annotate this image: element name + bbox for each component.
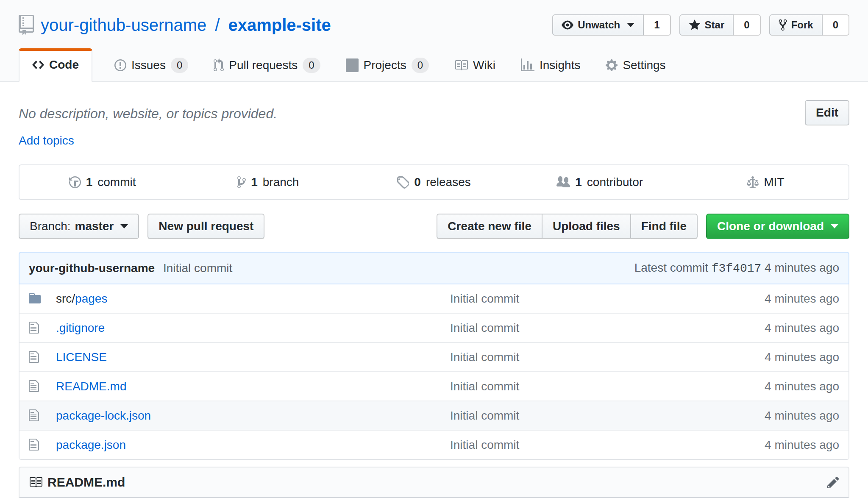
license-stat[interactable]: MIT	[683, 165, 849, 199]
chevron-down-icon	[627, 23, 634, 27]
table-row: README.md Initial commit 4 minutes ago	[19, 371, 849, 401]
edit-description-button[interactable]: Edit	[805, 100, 849, 125]
repo-path-separator: /	[213, 16, 221, 35]
book-icon	[29, 476, 42, 489]
repo-owner-link[interactable]: your-github-username	[41, 16, 206, 35]
folder-icon	[29, 292, 41, 305]
star-icon	[689, 19, 701, 31]
license-label: MIT	[764, 175, 784, 189]
tag-icon	[397, 175, 409, 189]
star-label: Star	[705, 19, 725, 31]
tab-pull-requests-label: Pull requests	[229, 58, 298, 72]
commit-author-link[interactable]: your-github-username	[29, 262, 155, 275]
fork-icon	[779, 19, 787, 31]
row-age: 4 minutes ago	[661, 438, 839, 452]
table-row: package.json Initial commit 4 minutes ag…	[19, 430, 849, 459]
eye-icon	[562, 19, 573, 31]
row-commit-message-link[interactable]: Initial commit	[450, 292, 519, 305]
branch-prefix-label: Branch:	[30, 220, 71, 233]
row-commit-message-link[interactable]: Initial commit	[450, 380, 519, 393]
stars-count[interactable]: 0	[734, 14, 760, 36]
contributors-count: 1	[575, 175, 582, 189]
unwatch-label: Unwatch	[578, 19, 620, 31]
chevron-down-icon	[831, 224, 838, 228]
tab-issues[interactable]: Issues 0	[102, 48, 201, 82]
repo-icon	[19, 15, 34, 35]
latest-commit-label: Latest commit	[634, 261, 708, 274]
file-list: src/pages Initial commit 4 minutes ago .…	[19, 284, 849, 460]
branches-stat[interactable]: 1 branch	[185, 165, 351, 199]
tab-insights-label: Insights	[540, 58, 581, 72]
contributors-stat[interactable]: 1 contributor	[517, 165, 683, 199]
table-row: .gitignore Initial commit 4 minutes ago	[19, 313, 849, 342]
commits-count: 1	[86, 175, 93, 189]
tab-settings-label: Settings	[623, 58, 665, 72]
edit-readme-button[interactable]	[827, 475, 839, 490]
find-file-button[interactable]: Find file	[630, 214, 698, 239]
branch-selector-button[interactable]: Branch: master	[19, 214, 139, 239]
repo-title: your-github-username / example-site	[19, 15, 331, 35]
tab-wiki[interactable]: Wiki	[442, 48, 508, 82]
book-icon	[454, 58, 468, 72]
law-icon	[747, 175, 759, 189]
repo-name-link[interactable]: example-site	[228, 16, 331, 35]
readme-title: README.md	[47, 475, 125, 490]
repo-nav: Code Issues 0 Pull requests 0 Projects 0…	[19, 48, 849, 81]
file-icon	[29, 350, 39, 364]
commits-stat[interactable]: 1 commit	[19, 165, 185, 199]
create-new-file-button[interactable]: Create new file	[437, 214, 542, 239]
add-topics-link[interactable]: Add topics	[19, 134, 74, 147]
commit-message-link[interactable]: Initial commit	[163, 262, 232, 275]
tab-pull-requests[interactable]: Pull requests 0	[201, 48, 333, 82]
row-commit-message-link[interactable]: Initial commit	[450, 438, 519, 451]
folder-name[interactable]: pages	[75, 292, 107, 305]
file-link[interactable]: README.md	[56, 380, 126, 393]
tab-issues-label: Issues	[131, 58, 166, 72]
file-icon	[29, 409, 39, 422]
file-link[interactable]: package-lock.json	[56, 409, 151, 422]
file-icon	[29, 379, 39, 393]
tab-settings[interactable]: Settings	[593, 48, 678, 82]
new-pull-request-button[interactable]: New pull request	[147, 214, 264, 239]
fork-label: Fork	[791, 19, 813, 31]
forks-count[interactable]: 0	[823, 14, 849, 36]
unwatch-button[interactable]: Unwatch	[552, 14, 644, 36]
file-link[interactable]: package.json	[56, 438, 126, 451]
file-link[interactable]: LICENSE	[56, 351, 107, 364]
commit-sha-link[interactable]: f3f4017	[712, 262, 762, 275]
table-row: package-lock.json Initial commit 4 minut…	[19, 401, 849, 430]
commits-label: commit	[97, 175, 136, 189]
upload-files-button[interactable]: Upload files	[542, 214, 630, 239]
tab-code-label: Code	[49, 58, 79, 72]
watchers-count[interactable]: 1	[644, 14, 670, 36]
releases-stat[interactable]: 0 releases	[351, 165, 517, 199]
chevron-down-icon	[120, 224, 128, 228]
tab-code[interactable]: Code	[19, 48, 92, 82]
pull-requests-counter: 0	[303, 58, 320, 73]
row-age: 4 minutes ago	[661, 351, 839, 364]
row-commit-message-link[interactable]: Initial commit	[450, 409, 519, 422]
file-link[interactable]: src/pages	[56, 292, 107, 305]
page-header: your-github-username / example-site Unwa…	[0, 0, 868, 82]
row-age: 4 minutes ago	[661, 321, 839, 335]
table-row: src/pages Initial commit 4 minutes ago	[19, 284, 849, 313]
tab-projects[interactable]: Projects 0	[333, 48, 442, 82]
history-icon	[69, 175, 81, 189]
tab-insights[interactable]: Insights	[508, 48, 593, 82]
clone-or-download-button[interactable]: Clone or download	[706, 214, 849, 239]
file-link[interactable]: .gitignore	[56, 321, 105, 334]
releases-label: releases	[426, 175, 471, 189]
social-buttons: Unwatch 1 Star 0 Fork	[544, 14, 849, 36]
row-commit-message-link[interactable]: Initial commit	[450, 351, 519, 364]
projects-counter: 0	[412, 58, 429, 73]
row-age: 4 minutes ago	[661, 380, 839, 393]
fork-button[interactable]: Fork	[769, 14, 823, 36]
releases-count: 0	[414, 175, 421, 189]
row-commit-message-link[interactable]: Initial commit	[450, 321, 519, 334]
branch-icon	[237, 175, 246, 189]
file-icon	[29, 438, 39, 451]
star-button[interactable]: Star	[679, 14, 734, 36]
issues-counter: 0	[171, 58, 188, 73]
folder-path-prefix[interactable]: src/	[56, 292, 75, 305]
tab-wiki-label: Wiki	[473, 58, 495, 72]
